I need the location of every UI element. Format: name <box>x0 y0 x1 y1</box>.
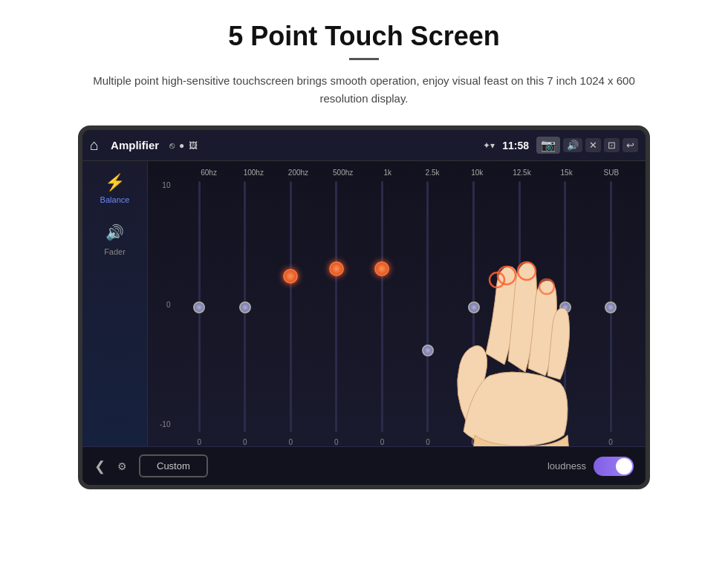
slider-val-2: 0 <box>243 438 247 446</box>
eq-label-60hz: 60hz <box>191 169 227 177</box>
device-frame: ⌂ Amplifier ⎋ ● 🖼 ✦ ▾ 11:58 📷 🔊 ✕ ⊡ ↩ ⚡ … <box>78 125 650 489</box>
scale-0: 0 <box>160 301 170 309</box>
page-title: 5 Point Touch Screen <box>228 21 499 52</box>
dot-icon: ● <box>179 140 184 151</box>
image-icon: 🖼 <box>189 140 198 151</box>
status-time: 11:58 <box>502 140 529 151</box>
main-content: ⚡ Balance 🔊 Fader 60hz 100hz 200hz 500hz… <box>82 161 646 446</box>
home-icon[interactable]: ⌂ <box>90 137 99 154</box>
right-icons: 📷 🔊 ✕ ⊡ ↩ <box>536 137 638 154</box>
slider-val-7: 0 <box>472 438 476 446</box>
loudness-section: loudness <box>547 457 634 476</box>
sidebar-item-balance[interactable]: ⚡ Balance <box>100 173 130 204</box>
balance-icon: ⚡ <box>105 173 125 192</box>
slider-val-4: 0 <box>334 438 339 446</box>
fader-icon: 🔊 <box>105 223 124 241</box>
slider-thumb-2[interactable] <box>239 301 251 313</box>
screen-icon[interactable]: ⊡ <box>604 138 620 152</box>
loudness-toggle[interactable] <box>594 457 634 476</box>
wifi-icon: ▾ <box>490 140 495 151</box>
close-icon[interactable]: ✕ <box>585 138 601 152</box>
slider-val-10: 0 <box>608 438 613 446</box>
slider-track-8[interactable] <box>519 181 521 432</box>
slider-thumb-9[interactable] <box>559 301 571 313</box>
eq-band-200hz[interactable]: 0 <box>273 181 308 446</box>
slider-track-1[interactable] <box>198 181 201 432</box>
bluetooth-icon: ✦ <box>483 140 490 151</box>
eq-band-10k[interactable]: 0 <box>456 181 492 446</box>
title-divider <box>349 58 379 60</box>
eq-label-25k: 2.5k <box>415 169 450 177</box>
eq-label-10k: 10k <box>459 169 495 177</box>
status-icons: ⎋ ● 🖼 <box>169 140 198 151</box>
eq-label-100hz: 100hz <box>235 169 271 177</box>
eq-main: 10 0 -10 0 <box>160 181 634 446</box>
settings-dots[interactable]: ⚙ <box>117 460 127 472</box>
back-icon[interactable]: ↩ <box>623 138 638 152</box>
slider-track-6[interactable] <box>426 181 429 432</box>
eq-band-sub[interactable]: 0 <box>593 181 628 446</box>
slider-track-3[interactable] <box>290 181 292 432</box>
usb-icon: ⎋ <box>169 140 175 151</box>
slider-track-4[interactable] <box>335 181 337 432</box>
slider-track-7[interactable] <box>472 181 475 432</box>
amplifier-title: Amplifier <box>111 139 159 151</box>
bottom-bar: ❮ ⚙ Custom loudness <box>82 446 646 485</box>
eq-label-125k: 12.5k <box>504 169 539 177</box>
eq-label-sub: SUB <box>594 169 629 177</box>
eq-band-1k[interactable]: 0 <box>364 181 400 446</box>
loudness-label: loudness <box>547 460 586 472</box>
slider-thumb-1[interactable] <box>193 301 205 313</box>
slider-thumb-10[interactable] <box>605 301 617 313</box>
scale-10: 10 <box>160 181 170 189</box>
sidebar-item-fader[interactable]: 🔊 Fader <box>104 223 126 256</box>
balance-label: Balance <box>100 195 130 204</box>
toggle-knob <box>616 458 632 474</box>
eq-label-200hz: 200hz <box>280 169 316 177</box>
slider-thumb-7[interactable] <box>468 301 480 313</box>
fader-label: Fader <box>104 247 126 256</box>
slider-track-2[interactable] <box>244 181 246 432</box>
eq-area: 60hz 100hz 200hz 500hz 1k 2.5k 10k 12.5k… <box>148 161 646 446</box>
eq-band-25k[interactable]: 0 <box>410 181 446 446</box>
eq-sliders: 0 0 0 <box>176 181 634 446</box>
eq-labels: 60hz 100hz 200hz 500hz 1k 2.5k 10k 12.5k… <box>160 169 634 177</box>
volume-icon[interactable]: 🔊 <box>563 138 582 152</box>
slider-val-5: 0 <box>380 438 385 446</box>
slider-thumb-6[interactable] <box>422 345 434 356</box>
eq-band-100hz[interactable]: 0 <box>227 181 263 446</box>
status-bar: ⌂ Amplifier ⎋ ● 🖼 ✦ ▾ 11:58 📷 🔊 ✕ ⊡ ↩ <box>82 130 646 161</box>
slider-thumb-5[interactable] <box>374 261 389 276</box>
slider-track-9[interactable] <box>564 181 566 432</box>
eq-band-15k[interactable]: 0 <box>547 181 583 446</box>
slider-val-3: 0 <box>289 438 293 446</box>
eq-scale: 10 0 -10 <box>160 181 176 446</box>
slider-val-9: 0 <box>563 438 568 446</box>
scale-neg10: -10 <box>160 420 170 428</box>
slider-val-6: 0 <box>426 438 430 446</box>
slider-track-5[interactable] <box>381 181 383 432</box>
eq-label-15k: 15k <box>549 169 585 177</box>
back-button[interactable]: ❮ <box>94 458 105 474</box>
slider-thumb-3[interactable] <box>283 269 298 284</box>
slider-thumb-8[interactable] <box>513 301 525 313</box>
eq-label-500hz: 500hz <box>325 169 361 177</box>
slider-val-8: 0 <box>517 438 521 446</box>
slider-track-10[interactable] <box>610 181 612 432</box>
page-subtitle: Multiple point high-sensitive touchscree… <box>74 72 654 108</box>
slider-val-1: 0 <box>197 438 201 446</box>
eq-band-60hz[interactable]: 0 <box>181 181 217 446</box>
eq-band-125k[interactable]: 0 <box>501 181 537 446</box>
slider-thumb-4[interactable] <box>329 261 344 276</box>
eq-label-1k: 1k <box>370 169 406 177</box>
sidebar: ⚡ Balance 🔊 Fader <box>82 161 148 446</box>
camera-icon[interactable]: 📷 <box>536 137 560 154</box>
eq-band-500hz[interactable]: 0 <box>319 181 354 446</box>
preset-custom-button[interactable]: Custom <box>139 454 208 477</box>
